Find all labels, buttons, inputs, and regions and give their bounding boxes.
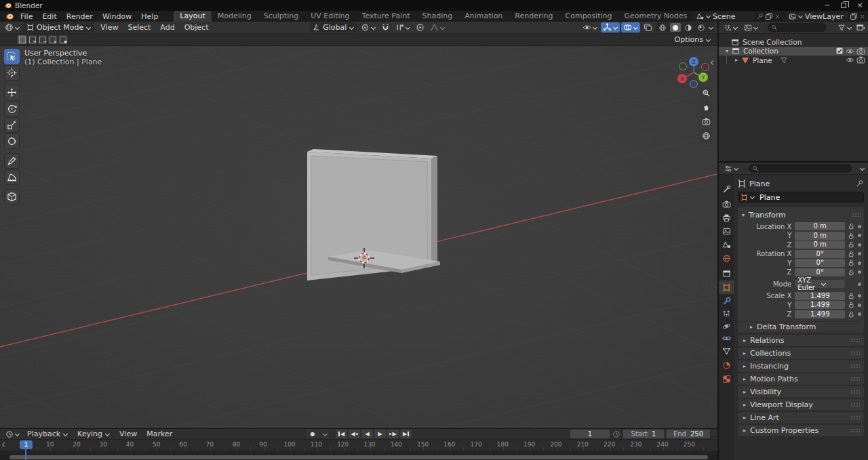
panel-grip-icon[interactable]	[850, 415, 860, 420]
animate-dot-icon[interactable]	[858, 252, 861, 255]
checkbox-icon[interactable]	[835, 47, 844, 55]
falloff-dropdown[interactable]	[428, 22, 447, 33]
lock-icon[interactable]	[847, 259, 855, 266]
new-viewlayer-icon[interactable]	[850, 12, 858, 20]
workspace-tab[interactable]: Rendering	[509, 11, 559, 22]
shading-wireframe-button[interactable]	[657, 23, 668, 32]
value-field[interactable]: 0 m	[795, 222, 845, 230]
tab-collection[interactable]	[719, 266, 734, 280]
eye-icon[interactable]	[846, 56, 854, 64]
value-field[interactable]: 1.499	[795, 292, 845, 300]
tab-constraints[interactable]	[719, 331, 734, 345]
workspace-tab[interactable]: Shading	[416, 11, 459, 22]
value-field[interactable]: 0°	[795, 259, 845, 267]
lock-icon[interactable]	[847, 311, 855, 318]
tab-world[interactable]	[719, 251, 734, 265]
lock-icon[interactable]	[847, 269, 855, 276]
tab-texture[interactable]	[719, 372, 734, 385]
sidebar-toggle-icon[interactable]	[710, 61, 715, 65]
auto-keying-dropdown[interactable]	[321, 430, 329, 438]
animate-dot-icon[interactable]	[858, 270, 861, 274]
scene-selector[interactable]: Scene	[694, 12, 755, 21]
tab-output[interactable]	[719, 211, 734, 224]
zoom-button[interactable]	[699, 86, 713, 100]
animate-dot-icon[interactable]	[858, 294, 861, 297]
transform-tool-button[interactable]	[4, 133, 20, 149]
value-field[interactable]: 0°	[795, 250, 845, 258]
end-frame-field[interactable]: End250	[667, 430, 710, 438]
workspace-tab[interactable]: Layout	[174, 11, 211, 22]
prev-keyframe-button[interactable]: ◀	[349, 430, 360, 438]
workspace-tab[interactable]: Sculpting	[258, 11, 304, 22]
close-icon[interactable]	[774, 14, 781, 20]
snap-toggle[interactable]	[379, 22, 392, 33]
orientation-dropdown[interactable]: Global	[309, 22, 357, 33]
view-menu[interactable]: View	[115, 430, 141, 438]
perspective-toggle-button[interactable]	[699, 129, 713, 142]
editor-type-button[interactable]	[3, 22, 22, 33]
proportional-edit-toggle[interactable]	[414, 22, 427, 33]
value-field[interactable]: 0°	[795, 268, 845, 276]
tab-render[interactable]	[719, 197, 734, 211]
viewport-menu-item[interactable]: Add	[155, 23, 179, 32]
menu-item[interactable]: Render	[62, 12, 98, 21]
lock-icon[interactable]	[847, 301, 855, 308]
disclosure-icon[interactable]: ▾	[724, 48, 730, 54]
playback-menu[interactable]: Playback	[23, 430, 72, 438]
viewport-menu-item[interactable]: Select	[123, 23, 155, 32]
lock-icon[interactable]	[847, 251, 855, 257]
panel-header[interactable]: ▸ Line Art	[738, 412, 864, 423]
value-field[interactable]: 0 m	[795, 241, 845, 249]
menu-item[interactable]: Edit	[37, 12, 61, 21]
preview-range-clock-icon[interactable]	[612, 430, 620, 438]
panel-header[interactable]: ▸ Collections	[738, 348, 864, 359]
timeline-editor-type-button[interactable]	[3, 429, 22, 439]
tab-view-layer[interactable]	[719, 224, 734, 238]
next-keyframe-button[interactable]: ▶	[387, 430, 399, 438]
panel-header[interactable]: ▸ Motion Paths	[738, 373, 864, 385]
tab-object[interactable]	[719, 280, 734, 294]
panel-grip-icon[interactable]	[850, 402, 860, 407]
shading-solid-button[interactable]	[670, 23, 681, 32]
animate-dot-icon[interactable]	[858, 243, 861, 247]
value-field[interactable]: 1.499	[795, 301, 845, 309]
delta-transform-header[interactable]: ▸ Delta Transform	[741, 321, 861, 331]
camera-visibility-icon[interactable]	[856, 47, 865, 56]
tab-scene[interactable]	[719, 238, 734, 251]
outliner-row-plane[interactable]: ▸ Plane	[719, 56, 868, 65]
lock-icon[interactable]	[847, 223, 855, 230]
new-scene-icon[interactable]	[765, 12, 773, 20]
timeline-ruler[interactable]: 1020304050607080901001101201301401501601…	[0, 440, 717, 451]
tab-physics[interactable]	[719, 319, 734, 333]
animate-dot-icon[interactable]	[858, 262, 861, 265]
panel-header[interactable]: ▸ Visibility	[738, 386, 864, 398]
panel-grip-icon[interactable]	[852, 213, 861, 217]
transform-panel-header[interactable]: ▾ Transform	[741, 210, 861, 219]
measure-tool-button[interactable]	[4, 169, 20, 185]
viewlayer-selector[interactable]: ViewLayer	[786, 12, 848, 21]
current-frame-field[interactable]: 1	[570, 430, 610, 438]
mode-dropdown[interactable]: Object Mode	[23, 22, 94, 33]
marker-menu[interactable]: Marker	[142, 430, 176, 438]
menu-item[interactable]: Help	[136, 12, 163, 21]
panel-grip-icon[interactable]	[850, 364, 860, 369]
panel-grip-icon[interactable]	[850, 338, 860, 343]
tab-modifiers[interactable]	[719, 294, 734, 308]
cursor-tool-button[interactable]	[4, 65, 20, 81]
viewport-menu-item[interactable]: View	[96, 23, 123, 32]
chevron-down-icon[interactable]	[860, 167, 865, 171]
add-cube-tool-button[interactable]	[4, 189, 20, 205]
pivot-dropdown[interactable]	[359, 22, 378, 33]
outliner-row-scene-collection[interactable]: Scene Collection	[719, 37, 868, 47]
lock-icon[interactable]	[847, 293, 855, 299]
play-reverse-button[interactable]: ◀	[361, 430, 373, 438]
workspace-tab[interactable]: Geometry Nodes	[618, 11, 693, 22]
panel-grip-icon[interactable]	[850, 377, 860, 381]
disclosure-icon[interactable]: ▸	[734, 57, 739, 63]
properties-editor-type-button[interactable]	[722, 163, 741, 173]
eye-icon[interactable]	[846, 47, 854, 56]
select-mode-subtract[interactable]: −	[38, 35, 47, 44]
outliner-row-collection[interactable]: ▾ Collection	[719, 47, 868, 56]
title-bar[interactable]: Blender − ×	[0, 0, 868, 11]
tab-material[interactable]	[719, 358, 734, 372]
